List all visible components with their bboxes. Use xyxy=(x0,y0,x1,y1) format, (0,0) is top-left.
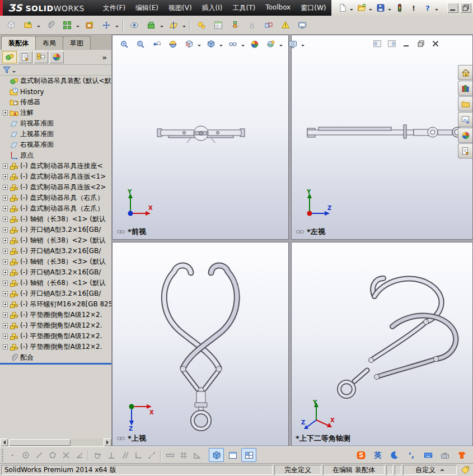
dropdown-caret-icon[interactable] xyxy=(388,9,391,12)
menu-item[interactable]: 插入(I) xyxy=(197,1,228,16)
property-manager-tab[interactable] xyxy=(18,51,32,63)
new-motion-study-icon[interactable] xyxy=(194,17,209,33)
assembly-features-icon[interactable] xyxy=(143,17,159,33)
document-win-pane-a-button[interactable] xyxy=(372,39,382,48)
dropdown-caret-icon[interactable] xyxy=(182,26,186,29)
tree-root-item[interactable]: 盘式制动器吊具装配 (默认<默认 xyxy=(0,76,111,86)
tab-layout[interactable]: 布局 xyxy=(35,36,63,50)
dropdown-caret-icon[interactable] xyxy=(76,26,79,29)
tree-item[interactable]: (-) 平垫圈倒角型A级12×2. xyxy=(0,331,111,342)
expand-icon[interactable] xyxy=(3,238,8,243)
tree-item[interactable]: 上视基准面 xyxy=(0,129,111,139)
menu-item[interactable]: 文件(F) xyxy=(98,1,130,16)
tree-item[interactable]: (-) 开口销A型3.2×16[GB/ xyxy=(0,246,111,256)
open-document-icon[interactable] xyxy=(355,1,368,15)
expand-icon[interactable] xyxy=(3,270,8,275)
hide-show-items-icon[interactable] xyxy=(225,36,240,52)
expand-icon[interactable] xyxy=(3,217,8,222)
snap-point-icon[interactable] xyxy=(6,449,18,462)
menu-item[interactable]: Toolbox xyxy=(260,1,296,16)
dropdown-caret-icon[interactable] xyxy=(160,26,163,29)
status-custom-dropdown[interactable]: 自定义 xyxy=(403,465,457,475)
traffic-light-icon[interactable] xyxy=(393,1,406,15)
expand-icon[interactable] xyxy=(3,110,8,115)
design-library-tab[interactable] xyxy=(458,81,472,96)
filter-caret-icon[interactable] xyxy=(12,71,16,74)
snap-hv-icon[interactable] xyxy=(132,449,144,462)
text-button[interactable]: ? xyxy=(421,1,434,15)
tree-item[interactable]: (-) 轴销（长68）<1> (默认 xyxy=(0,278,111,288)
expand-icon[interactable] xyxy=(3,323,8,328)
snap-center-icon[interactable] xyxy=(19,449,32,462)
tree-item[interactable]: 传感器 xyxy=(0,97,111,108)
text-button[interactable]: 英 xyxy=(371,449,385,462)
tree-item[interactable]: 注解 xyxy=(0,108,111,118)
dropdown-caret-icon[interactable] xyxy=(37,26,40,29)
scroll-thumb[interactable] xyxy=(9,439,71,446)
new-part-icon[interactable] xyxy=(20,17,36,33)
document-win-min-button[interactable] xyxy=(401,39,411,48)
configuration-manager-tab[interactable] xyxy=(34,51,48,63)
mate-icon[interactable] xyxy=(43,17,58,33)
tab-assembly[interactable]: 装配体 xyxy=(1,36,36,50)
ime-shirt-icon[interactable] xyxy=(455,449,469,462)
snap-tangent-icon[interactable] xyxy=(91,449,104,462)
feature-manager-tab[interactable] xyxy=(2,51,17,63)
dropdown-caret-icon[interactable] xyxy=(241,45,245,48)
tab-sketch[interactable]: 草图 xyxy=(63,36,91,50)
tree-item[interactable]: (-) 平垫圈倒角型A级12×2. xyxy=(0,342,111,352)
tree-item[interactable]: 原点 xyxy=(0,150,111,161)
tree-item[interactable]: (-) 盘式制动器吊具连扳<2> xyxy=(0,182,111,193)
expand-icon[interactable] xyxy=(3,164,8,169)
view-settings-icon[interactable] xyxy=(285,36,300,52)
view-orientation-icon[interactable] xyxy=(181,36,196,52)
expand-icon[interactable] xyxy=(3,302,8,307)
menu-item[interactable]: 窗口(W) xyxy=(296,1,331,16)
tree-item[interactable]: History xyxy=(0,86,111,97)
file-explorer-tab[interactable] xyxy=(458,96,472,111)
display-style-icon[interactable] xyxy=(203,36,218,52)
tree-item[interactable]: 配合 xyxy=(0,352,111,361)
dropdown-caret-icon[interactable] xyxy=(279,45,283,48)
expand-icon[interactable] xyxy=(3,259,8,264)
dropdown-caret-icon[interactable] xyxy=(435,9,438,12)
document-win-close-button[interactable] xyxy=(430,39,441,48)
apply-scene-icon[interactable] xyxy=(263,36,278,52)
dropdown-caret-icon[interactable] xyxy=(198,45,201,48)
tree-split-bar[interactable] xyxy=(0,363,111,365)
snap-parallel-icon[interactable] xyxy=(118,449,131,462)
ime-keyboard-icon[interactable] xyxy=(422,449,435,462)
scroll-left-icon[interactable] xyxy=(0,438,8,446)
appearance-manager-tab[interactable] xyxy=(49,51,64,63)
tree-item[interactable]: (-) 盘式制动器吊具连扳<1> xyxy=(0,171,111,182)
dropdown-caret-icon[interactable] xyxy=(350,9,353,12)
snap-line-icon[interactable] xyxy=(32,449,45,462)
viewport-isometric[interactable]: Y X Z *上下二等角轴测 xyxy=(291,242,473,446)
expand-icon[interactable] xyxy=(3,195,8,200)
smart-fasteners-icon[interactable] xyxy=(82,17,97,33)
show-hidden-components-icon[interactable] xyxy=(127,17,142,33)
move-component-icon[interactable] xyxy=(99,17,114,33)
section-view-icon[interactable] xyxy=(165,36,180,52)
insert-component-icon[interactable] xyxy=(3,17,19,33)
assembly-visualization-icon[interactable] xyxy=(278,17,293,33)
tree-item[interactable]: 右视基准面 xyxy=(0,139,111,150)
expand-icon[interactable] xyxy=(3,185,8,190)
expand-icon[interactable] xyxy=(3,281,8,286)
expand-icon[interactable] xyxy=(3,227,8,232)
snap-angle-icon[interactable] xyxy=(73,449,86,462)
snap-angle-tri-icon[interactable] xyxy=(190,449,203,462)
expand-icon[interactable] xyxy=(3,249,8,254)
tree-item[interactable]: (-) 轴销（长38）<2> (默认 xyxy=(0,235,111,246)
tree-item[interactable]: (-) 轴销（长38）<1> (默认 xyxy=(0,214,111,225)
expand-icon[interactable] xyxy=(3,312,8,318)
tree-item[interactable]: (-) 盘式制动器吊具（右爪） xyxy=(0,193,111,203)
interference-detection-icon[interactable] xyxy=(261,17,277,33)
ime-moon-icon[interactable] xyxy=(388,449,401,462)
tag-icon[interactable] xyxy=(458,465,472,475)
viewport-left[interactable]: Y Z *左视 xyxy=(291,35,473,240)
tree-item[interactable]: (-) 平垫圈倒角型A级12×2. xyxy=(0,320,111,331)
win-restore-button[interactable] xyxy=(460,3,471,13)
tree-item[interactable]: (-) 开口销A型3.2×16[GB/ xyxy=(0,267,111,278)
text-button[interactable]: ! xyxy=(407,1,420,15)
